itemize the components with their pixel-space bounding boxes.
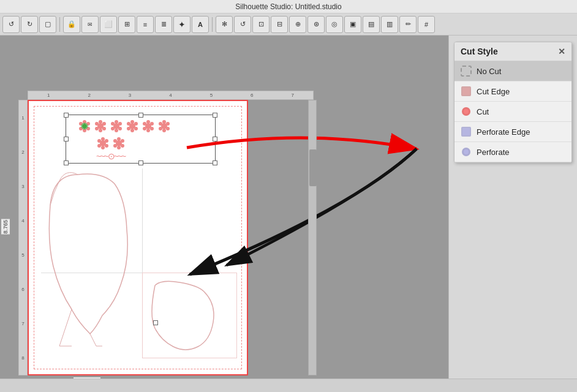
toolbar-group-left: ↺ ↻ ▢ <box>2 16 56 33</box>
cut-style-panel: Cut Style ✕ No Cut Cut Edge <box>454 42 572 163</box>
group-button[interactable]: ⊡ <box>252 16 270 33</box>
trace-button[interactable]: ✻ <box>216 16 233 33</box>
design-canvas: ~~~⊙~~~ <box>28 100 248 375</box>
statusbar <box>0 379 577 392</box>
canvas-area[interactable]: 1234567 12345678 <box>0 36 448 379</box>
fill-button[interactable]: ▣ <box>344 16 361 33</box>
align-button[interactable]: ≡ <box>137 16 154 33</box>
cut-option-perforate-edge[interactable]: Perforate Edge <box>454 122 571 142</box>
toolbar-group-mid: 🔒 ✉ ⬜ ⊞ ≡ ≣ ✦ A <box>63 16 209 33</box>
scrollbar-thumb[interactable] <box>309 149 317 186</box>
sep1 <box>59 17 60 32</box>
title-text: Silhouette Studio: Untitled.studio <box>235 2 341 11</box>
rotate-button[interactable]: ↺ <box>234 16 251 33</box>
svg-point-66 <box>464 149 469 154</box>
titlebar: Silhouette Studio: Untitled.studio <box>0 0 577 13</box>
perforate-icon <box>461 146 472 157</box>
toolbar-group-right: ✻ ↺ ⊡ ⊟ ⊕ ⊛ ◎ ▣ ▤ ▥ ✏ # <box>216 16 435 33</box>
selection-box <box>66 115 216 164</box>
bottom-right-handle[interactable] <box>153 320 158 325</box>
undo-button[interactable]: ↺ <box>2 16 20 33</box>
right-panel: Cut Style ✕ No Cut Cut Edge <box>448 36 577 379</box>
cut-style-header: Cut Style ✕ <box>454 42 571 61</box>
face-silhouette <box>41 168 139 352</box>
svg-point-62 <box>464 109 469 114</box>
grid2-button[interactable]: # <box>418 16 435 33</box>
svg-rect-60 <box>462 88 470 95</box>
page-button[interactable]: ▢ <box>39 16 56 33</box>
draw-button[interactable]: ✏ <box>399 16 417 33</box>
cut-style-close[interactable]: ✕ <box>558 47 565 56</box>
cut-label: Cut <box>477 107 489 116</box>
view-button[interactable]: ◎ <box>326 16 343 33</box>
distribute-button[interactable]: ≣ <box>155 16 172 33</box>
cut-option-cut-edge[interactable]: Cut Edge <box>454 81 571 102</box>
svg-rect-64 <box>462 128 470 135</box>
sep2 <box>212 17 213 32</box>
special-button[interactable]: ✦ <box>173 16 190 33</box>
cut-icon <box>461 106 472 117</box>
lock-button[interactable]: 🔒 <box>63 16 80 33</box>
send-button[interactable]: ✉ <box>81 16 99 33</box>
main-area: 1234567 12345678 <box>0 36 577 379</box>
cut-style-title: Cut Style <box>461 47 498 56</box>
cut-option-cut[interactable]: Cut <box>454 102 571 122</box>
no-cut-label: No Cut <box>477 67 501 76</box>
cut-option-no-cut[interactable]: No Cut <box>454 61 571 81</box>
right-element <box>142 273 237 358</box>
perforate-label: Perforate <box>477 148 509 157</box>
cut-option-perforate[interactable]: Perforate <box>454 142 571 162</box>
grid-button[interactable]: ⊞ <box>118 16 135 33</box>
ruler-left: 12345678 <box>18 100 28 375</box>
pattern-button[interactable]: ▤ <box>363 16 380 33</box>
cut-edge-label: Cut Edge <box>477 87 510 96</box>
effect-button[interactable]: ⊛ <box>307 16 325 33</box>
vertical-scrollbar[interactable] <box>308 100 317 375</box>
rectangle-button[interactable]: ⬜ <box>100 16 117 33</box>
measurement-left: 8.765 <box>1 219 10 235</box>
ruler-top: 1234567 <box>28 91 314 100</box>
perforate-edge-icon <box>461 126 472 137</box>
no-cut-icon <box>461 66 472 77</box>
cut-edge-icon <box>461 86 472 97</box>
ungroup-button[interactable]: ⊟ <box>271 16 288 33</box>
redo-button[interactable]: ↻ <box>21 16 38 33</box>
outline-button[interactable]: ▥ <box>381 16 398 33</box>
add-button[interactable]: ⊕ <box>289 16 306 33</box>
perforate-edge-label: Perforate Edge <box>477 127 530 137</box>
text-button[interactable]: A <box>192 16 209 33</box>
toolbar: ↺ ↻ ▢ 🔒 ✉ ⬜ ⊞ ≡ ≣ ✦ A ✻ ↺ ⊡ ⊟ ⊕ ⊛ ◎ ▣ ▤ … <box>0 13 577 36</box>
